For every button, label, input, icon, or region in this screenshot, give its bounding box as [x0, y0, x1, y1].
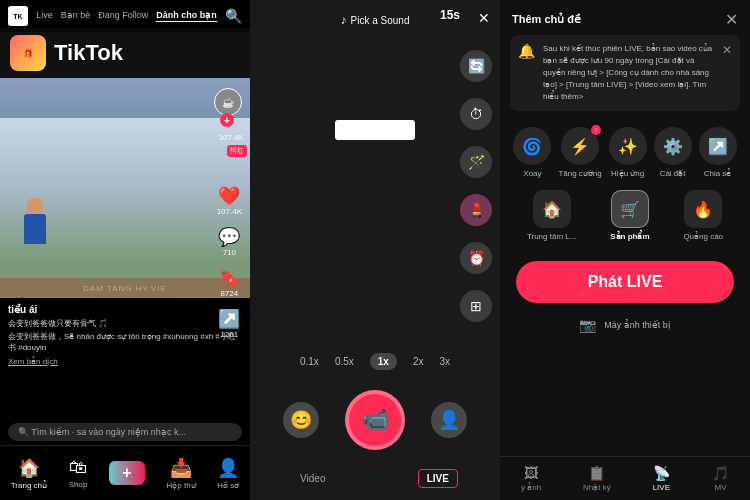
p3-bottom-tabs: 🖼 ý ảnh 📋 Nhật ký 📡 LIVE 🎵 MV	[500, 456, 750, 500]
create-button[interactable]: +	[109, 461, 145, 485]
nav-shop[interactable]: 🛍 Shop	[69, 457, 88, 489]
products-icon: 🛒	[611, 190, 649, 228]
classroom-scene	[0, 118, 250, 298]
products-label: Sản phẩm	[610, 232, 649, 241]
p3-tab-mv[interactable]: 🎵 MV	[712, 465, 729, 492]
photos-tab-label: ý ảnh	[521, 483, 541, 492]
tiktok-logo-text: TikTok	[54, 40, 123, 66]
go-live-button[interactable]: Phát LIVE	[516, 261, 734, 303]
search-icon[interactable]: 🔍	[225, 8, 242, 24]
student-figure	[20, 198, 50, 248]
notice-text: Sau khi kết thúc phiên LIVE, bản sao vid…	[543, 43, 714, 103]
zoom-1x[interactable]: 1x	[370, 353, 397, 370]
inbox-label: Hộp thư	[166, 481, 195, 490]
like-stat[interactable]: ❤️ 107.4K	[217, 185, 242, 216]
share-label: Chia sẻ	[704, 169, 732, 178]
nav-profile[interactable]: 👤 Hồ sơ	[217, 457, 239, 490]
tool-share[interactable]: ↗️ Chia sẻ	[699, 127, 737, 178]
live-settings-header: Thêm chủ đề ✕	[500, 0, 750, 35]
nav-tab-live[interactable]: Live	[36, 10, 53, 22]
camera-header: ♪ Pick a Sound 15s ✕	[250, 0, 500, 40]
home-label: Trang chủ	[11, 481, 47, 490]
notice-close-button[interactable]: ✕	[722, 43, 732, 103]
camera-flip-icon: 📷	[579, 317, 596, 333]
close-camera-button[interactable]: ✕	[478, 10, 490, 26]
nav-tab-following[interactable]: Đang Follow	[98, 10, 148, 22]
mv-tab-icon: 🎵	[712, 465, 729, 481]
ads-icon: 🔥	[684, 190, 722, 228]
nav-create[interactable]: +	[109, 461, 145, 485]
nav-tab-friends[interactable]: Bạn bè	[61, 10, 91, 22]
tool-enhance[interactable]: ⚡ ! Tăng cường	[558, 127, 601, 178]
timer-icon[interactable]: ⏱	[460, 98, 492, 130]
p3-tab-photos[interactable]: 🖼 ý ảnh	[521, 465, 541, 492]
mirror-option[interactable]: 📷 Máy ảnh thiết bị	[500, 311, 750, 339]
video-background: DAM TANG HY.VIE	[0, 78, 250, 298]
tiktok-feed-panel: TK Live Bạn bè Đang Follow Dành cho bạn …	[0, 0, 250, 500]
live-button-container: Phát LIVE	[500, 249, 750, 311]
zoom-3x[interactable]: 3x	[439, 356, 450, 367]
zoom-0.5x[interactable]: 0.5x	[335, 356, 354, 367]
notice-box: 🔔 Sau khi kết thúc phiên LIVE, bản sao v…	[510, 35, 740, 111]
live-tab-icon: 📡	[653, 465, 670, 481]
flip-camera-icon[interactable]: 🔄	[460, 50, 492, 82]
nav-tab-for-you[interactable]: Dành cho bạn	[156, 10, 217, 22]
zoom-controls: 0.1x 0.5x 1x 2x 3x	[250, 353, 500, 370]
theme-label: Thêm chủ đề	[512, 13, 581, 26]
translate-button[interactable]: Xem bản dịch	[8, 357, 242, 366]
emoji-button[interactable]: 😊	[283, 402, 319, 438]
zoom-2x[interactable]: 2x	[413, 356, 424, 367]
nav-tabs: Live Bạn bè Đang Follow Dành cho bạn	[34, 10, 219, 22]
clock-icon[interactable]: ⏰	[460, 242, 492, 274]
nav-home[interactable]: 🏠 Trang chủ	[11, 457, 47, 490]
capture-button[interactable]: 📹	[345, 390, 405, 450]
creator-avatar[interactable]: ☕	[214, 88, 242, 116]
search-input[interactable]: 🔍 Tìm kiếm · sa vào ngày niệm nhạc k...	[8, 423, 242, 441]
close-settings-button[interactable]: ✕	[725, 10, 738, 29]
tool-settings[interactable]: ⚙️ Cài đặt	[654, 127, 692, 178]
filters-icon[interactable]: 🪄	[460, 146, 492, 178]
video-mode-tab[interactable]: Video	[292, 469, 333, 488]
search-bar[interactable]: 🔍 Tìm kiếm · sa vào ngày niệm nhạc k...	[0, 419, 250, 445]
pick-a-sound[interactable]: ♪ Pick a Sound	[341, 13, 410, 27]
diary-tab-label: Nhật ký	[583, 483, 611, 492]
comment-stat[interactable]: 💬 710	[218, 226, 240, 257]
camera-capture-icon: 📹	[362, 407, 389, 433]
mirror-text: Máy ảnh thiết bị	[604, 320, 671, 330]
tool-products[interactable]: 🛒 Sản phẩm	[610, 190, 649, 241]
bookmark-stat[interactable]: 🔖 8724	[218, 267, 240, 298]
zoom-0.1x[interactable]: 0.1x	[300, 356, 319, 367]
tool-ads[interactable]: 🔥 Quảng cáo	[683, 190, 723, 241]
tool-rotate[interactable]: 🌀 Xoay	[513, 127, 551, 178]
live-mode-tab[interactable]: LIVE	[418, 469, 458, 488]
follow-button[interactable]: +	[220, 113, 234, 127]
enhance-label: Tăng cường	[558, 169, 601, 178]
tools-row-1: 🌀 Xoay ⚡ ! Tăng cường ✨ Hiệu ứng ⚙️ Cài …	[500, 119, 750, 186]
camera-mode-tabs: Video LIVE	[250, 456, 500, 500]
profile-icon: 👤	[217, 457, 239, 479]
tool-live-center[interactable]: 🏠 Trung tâm L...	[527, 190, 577, 241]
p3-tab-diary[interactable]: 📋 Nhật ký	[583, 465, 611, 492]
beauty-icon[interactable]: 💄	[460, 194, 492, 226]
tiktok-banner: 🎁 TikTok	[0, 28, 250, 78]
rotate-icon: 🌀	[513, 127, 551, 165]
tiktok-rewards-icon: 🎁	[10, 35, 46, 71]
ads-label: Quảng cáo	[683, 232, 723, 241]
music-note-icon: ♪	[341, 13, 347, 27]
p3-tab-live[interactable]: 📡 LIVE	[653, 465, 670, 492]
enhance-badge: !	[591, 125, 601, 135]
profile-select-button[interactable]: 👤	[431, 402, 467, 438]
grid-icon[interactable]: ⊞	[460, 290, 492, 322]
rotate-label: Xoay	[523, 169, 541, 178]
camera-overlay-rect	[335, 120, 415, 140]
tool-effects[interactable]: ✨ Hiệu ứng	[609, 127, 647, 178]
profile-label: Hồ sơ	[217, 481, 239, 490]
diary-tab-icon: 📋	[588, 465, 605, 481]
share-icon: ↗️	[699, 127, 737, 165]
home-icon: 🏠	[18, 457, 40, 479]
video-area[interactable]: DAM TANG HY.VIE ☕ + 107.4K	[0, 78, 250, 298]
camera-panel: ♪ Pick a Sound 15s ✕ 🔄 ⏱ 🪄 💄 ⏰ ⊞ 0.1x 0.…	[250, 0, 500, 500]
live-center-label: Trung tâm L...	[527, 232, 577, 241]
nav-inbox[interactable]: 📥 Hộp thư	[166, 457, 195, 490]
creator-username[interactable]: tiểu ái	[8, 304, 242, 315]
